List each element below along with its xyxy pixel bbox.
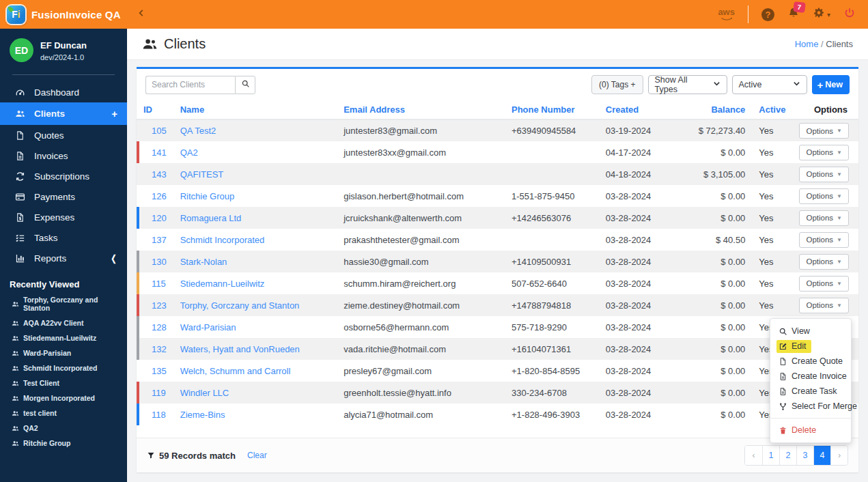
options-button[interactable]: Options▼ xyxy=(799,298,849,313)
aws-logo: aws xyxy=(718,8,735,21)
type-select[interactable]: Show All Types xyxy=(648,75,727,94)
pagination-page-3[interactable]: 3 xyxy=(796,446,813,465)
sidebar-item-reports[interactable]: Reports❬ xyxy=(0,248,127,268)
options-button[interactable]: Options▼ xyxy=(799,254,849,270)
menu-item-create-invoice[interactable]: Create Invoice xyxy=(770,369,851,384)
column-header-active[interactable]: Active xyxy=(752,100,792,119)
menu-item-delete[interactable]: Delete xyxy=(770,423,851,438)
client-name-link[interactable]: Stark-Nolan xyxy=(180,257,227,267)
table-row: 120Romaguera Ltdjcruickshank@altenwerth.… xyxy=(137,207,858,229)
merge-icon xyxy=(779,402,787,411)
recent-client-test-client[interactable]: test client xyxy=(0,406,127,421)
status-select[interactable]: Active xyxy=(732,75,807,94)
client-id-link[interactable]: 143 xyxy=(152,169,167,180)
client-options-cell: Options▼ xyxy=(792,294,858,316)
tags-button[interactable]: (0) Tags + xyxy=(591,75,643,94)
options-button[interactable]: Options▼ xyxy=(799,145,849,160)
sidebar-item-expenses[interactable]: Expenses xyxy=(0,207,127,227)
recent-client-qa2[interactable]: QA2 xyxy=(0,421,127,436)
client-id-link[interactable]: 130 xyxy=(152,257,167,267)
chevron-left-icon[interactable]: ❬ xyxy=(110,253,117,264)
plus-icon[interactable]: + xyxy=(111,108,117,119)
sidebar-item-quotes[interactable]: Quotes xyxy=(0,125,127,145)
column-header-email-address[interactable]: Email Address xyxy=(337,100,505,119)
client-id-link[interactable]: 105 xyxy=(152,126,167,136)
options-button[interactable]: Options▼ xyxy=(799,276,849,292)
client-name-link[interactable]: Welch, Schumm and Carroll xyxy=(180,366,291,376)
client-id-link[interactable]: 115 xyxy=(152,279,166,289)
client-id-link[interactable]: 128 xyxy=(152,322,167,332)
client-id-link[interactable]: 135 xyxy=(152,366,167,376)
app-brand[interactable]: Fi FusionInvoice QA xyxy=(0,5,127,24)
new-client-button[interactable]: +New xyxy=(812,75,850,94)
options-button[interactable]: Options▼ xyxy=(799,123,849,139)
menu-item-select-for-merge[interactable]: Select For Merge xyxy=(770,399,851,414)
client-name-link[interactable]: QA Test2 xyxy=(180,126,216,136)
recent-client-schmidt-incorporated[interactable]: Schmidt Incorporated xyxy=(0,360,127,375)
client-name-link[interactable]: Torphy, Gorczany and Stanton xyxy=(180,300,300,311)
column-header-phone-number[interactable]: Phone Number xyxy=(505,100,599,119)
recent-client-torphy-gorczany-and-stanton[interactable]: Torphy, Gorczany and Stanton xyxy=(0,292,127,315)
search-input[interactable] xyxy=(145,76,235,94)
sidebar-item-tasks[interactable]: Tasks xyxy=(0,227,127,248)
recent-client-ritchie-group[interactable]: Ritchie Group xyxy=(0,436,127,451)
clear-filter-link[interactable]: Clear xyxy=(247,451,267,460)
breadcrumb-home-link[interactable]: Home xyxy=(795,39,819,49)
recent-client-test-client[interactable]: Test Client xyxy=(0,375,127,391)
logout-button[interactable] xyxy=(843,7,856,22)
sidebar-collapse-button[interactable] xyxy=(137,8,146,20)
client-name-link[interactable]: Romaguera Ltd xyxy=(180,213,242,223)
sidebar-item-subscriptions[interactable]: Subscriptions xyxy=(0,166,127,186)
client-id-link[interactable]: 132 xyxy=(152,344,167,354)
client-name-link[interactable]: Stiedemann-Lueilwitz xyxy=(180,279,265,289)
search-button[interactable] xyxy=(235,76,255,94)
recent-client-stiedemann-lueilwitz[interactable]: Stiedemann-Lueilwitz xyxy=(0,330,127,345)
client-id-link[interactable]: 137 xyxy=(152,235,167,245)
client-id-link[interactable]: 141 xyxy=(152,147,167,158)
client-name-link[interactable]: QA2 xyxy=(180,147,198,158)
client-id-link[interactable]: 118 xyxy=(152,410,166,420)
client-id-link[interactable]: 126 xyxy=(152,191,167,201)
column-header-id[interactable]: ID xyxy=(137,100,173,119)
client-name-link[interactable]: QAFITEST xyxy=(180,169,224,180)
column-header-balance[interactable]: Balance xyxy=(692,100,753,119)
sidebar-item-clients[interactable]: Clients+ xyxy=(0,102,127,125)
client-name-link[interactable]: Windler LLC xyxy=(180,388,229,398)
client-name-link[interactable]: Schmidt Incorporated xyxy=(180,235,265,245)
client-id-link[interactable]: 119 xyxy=(152,388,166,398)
client-created-cell: 03-28-2024 xyxy=(599,382,692,403)
user-panel[interactable]: ED EF Duncan dev/2024-1.0 xyxy=(0,29,127,69)
client-id-link[interactable]: 123 xyxy=(152,300,167,311)
options-button[interactable]: Options▼ xyxy=(799,167,849,182)
recent-client-ward-parisian[interactable]: Ward-Parisian xyxy=(0,345,127,360)
column-header-name[interactable]: Name xyxy=(173,100,337,119)
settings-button[interactable]: ▾ xyxy=(813,7,830,22)
pagination-prev[interactable]: ‹ xyxy=(745,446,762,465)
menu-item-edit[interactable]: Edit xyxy=(770,339,851,354)
client-name-link[interactable]: Ward-Parisian xyxy=(180,322,236,332)
options-button[interactable]: Options▼ xyxy=(799,210,849,226)
pagination-next[interactable]: › xyxy=(830,446,848,465)
pagination-page-1[interactable]: 1 xyxy=(762,446,779,465)
client-name-link[interactable]: Zieme-Bins xyxy=(180,410,225,420)
sidebar-item-invoices[interactable]: Invoices xyxy=(0,145,127,166)
options-button[interactable]: Options▼ xyxy=(799,232,849,248)
table-row: 115Stiedemann-Lueilwitzschumm.hiram@reic… xyxy=(137,272,858,294)
pagination-page-4[interactable]: 4 xyxy=(813,446,830,465)
menu-item-create-task[interactable]: Create Task xyxy=(770,384,851,399)
recent-client-aqa-a22vv-client[interactable]: AQA A22vv Client xyxy=(0,315,127,330)
recent-client-morgen-incorporated[interactable]: Morgen Incorporated xyxy=(0,391,127,406)
client-id-link[interactable]: 120 xyxy=(152,213,167,223)
client-created-cell: 03-28-2024 xyxy=(599,272,692,294)
client-name-link[interactable]: Ritchie Group xyxy=(180,191,234,201)
options-button[interactable]: Options▼ xyxy=(799,188,849,204)
menu-item-view[interactable]: View xyxy=(770,324,851,339)
sidebar-item-dashboard[interactable]: Dashboard xyxy=(0,82,127,102)
menu-item-create-quote[interactable]: Create Quote xyxy=(770,354,851,369)
sidebar-item-payments[interactable]: Payments xyxy=(0,186,127,207)
client-name-link[interactable]: Waters, Hyatt and VonRueden xyxy=(180,344,300,354)
help-icon[interactable]: ? xyxy=(761,8,774,21)
column-header-created[interactable]: Created xyxy=(599,100,692,119)
notifications-button[interactable]: 7 xyxy=(787,7,800,22)
pagination-page-2[interactable]: 2 xyxy=(779,446,796,465)
